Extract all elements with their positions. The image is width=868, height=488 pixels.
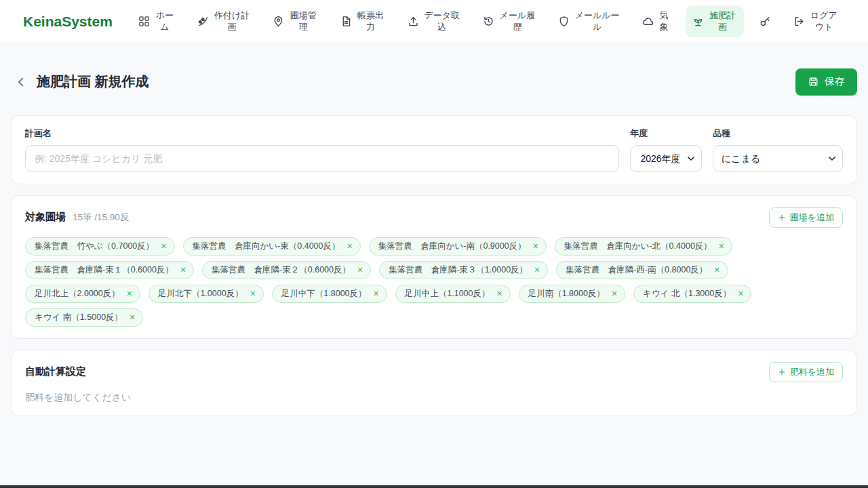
nav-item-mail-history[interactable]: メール履歴 bbox=[476, 5, 542, 37]
plus-icon bbox=[778, 368, 786, 376]
field-chip: 集落営農 竹やぶ（0.7000反）× bbox=[25, 237, 175, 256]
auto-calc-title: 自動計算設定 bbox=[25, 365, 86, 378]
grid-icon bbox=[138, 16, 150, 27]
remove-chip-icon[interactable]: × bbox=[127, 289, 132, 298]
field-chip-label: 足川中上（1.1000反） bbox=[405, 288, 490, 300]
page-header: 施肥計画 新規作成 保存 bbox=[11, 64, 857, 100]
shield-icon bbox=[558, 16, 570, 27]
sprout-icon bbox=[692, 16, 704, 27]
target-fields-title: 対象圃場 bbox=[25, 211, 66, 224]
nav-item-label: ログアウト bbox=[810, 10, 838, 33]
top-navbar: KeinaSystem ホーム作付け計画圃場管理帳票出力データ取込メール履歴メー… bbox=[0, 0, 868, 43]
field-chip-label: 集落営農 倉庫隣-東２（0.6000反） bbox=[212, 264, 351, 276]
field-chip: 足川北上（2.0000反）× bbox=[25, 285, 140, 303]
remove-chip-icon[interactable]: × bbox=[719, 241, 724, 251]
nav-item-home[interactable]: ホーム bbox=[132, 5, 182, 37]
add-field-button[interactable]: 圃場を追加 bbox=[769, 207, 843, 228]
nav-item-field-management[interactable]: 圃場管理 bbox=[266, 5, 324, 37]
add-field-button-label: 圃場を追加 bbox=[790, 211, 834, 224]
back-button[interactable] bbox=[12, 73, 30, 91]
field-chip: 足川中下（1.8000反）× bbox=[272, 285, 387, 303]
remove-chip-icon[interactable]: × bbox=[180, 265, 186, 274]
history-icon bbox=[483, 16, 494, 27]
main-nav: ホーム作付け計画圃場管理帳票出力データ取込メール履歴メールルール気象施肥計画ログ… bbox=[132, 5, 845, 37]
remove-chip-icon[interactable]: × bbox=[534, 265, 540, 274]
nav-item-label: 帳票出力 bbox=[357, 10, 385, 33]
nav-item-label: データ取込 bbox=[424, 10, 460, 33]
field-chip: 足川南（1.8000反）× bbox=[519, 285, 625, 303]
bottom-edge-bar bbox=[0, 485, 868, 488]
nav-item-data-import[interactable]: データ取込 bbox=[401, 5, 467, 37]
remove-chip-icon[interactable]: × bbox=[161, 241, 166, 251]
remove-chip-icon[interactable]: × bbox=[533, 241, 538, 251]
variety-select[interactable]: にこまる bbox=[713, 145, 843, 172]
remove-chip-icon[interactable]: × bbox=[374, 289, 379, 298]
field-chip-label: 足川北下（1.0000反） bbox=[158, 288, 243, 300]
remove-chip-icon[interactable]: × bbox=[612, 289, 617, 298]
field-chip-label: 集落営農 竹やぶ（0.7000反） bbox=[35, 241, 154, 252]
remove-chip-icon[interactable]: × bbox=[347, 241, 353, 251]
remove-chip-icon[interactable]: × bbox=[357, 265, 363, 274]
field-chip-label: 足川南（1.8000反） bbox=[528, 288, 605, 300]
save-button-label: 保存 bbox=[825, 75, 845, 88]
plan-name-input[interactable] bbox=[25, 145, 619, 172]
add-fertilizer-button[interactable]: 肥料を追加 bbox=[769, 362, 843, 382]
nav-item-fertilization-plan[interactable]: 施肥計画 bbox=[686, 5, 744, 37]
plan-name-label: 計画名 bbox=[25, 127, 619, 140]
map-pin-icon bbox=[273, 16, 284, 27]
field-chip: キウイ 南（1.5000反）× bbox=[25, 308, 143, 327]
auto-calc-card: 自動計算設定 肥料を追加 肥料を追加してください bbox=[11, 350, 857, 416]
plus-icon bbox=[778, 214, 786, 222]
upload-icon bbox=[408, 16, 419, 27]
field-chip: 集落営農 倉庫隣-東２（0.6000反）× bbox=[202, 261, 371, 279]
field-chip: 集落営農 倉庫隣-西-南（0.8000反）× bbox=[556, 261, 728, 279]
main-content: 施肥計画 新規作成 保存 計画名 年度 2026年度 bbox=[0, 64, 868, 416]
nav-item-label: メール履歴 bbox=[499, 10, 536, 33]
year-field-group: 年度 2026年度 bbox=[630, 127, 702, 172]
target-fields-card: 対象圃場 15筆 /15.90反 圃場を追加 集落営農 竹やぶ（0.7000反）… bbox=[11, 195, 857, 339]
nav-item-label: 施肥計画 bbox=[709, 10, 737, 33]
nav-item-weather[interactable]: 気象 bbox=[635, 5, 676, 37]
nav-item-mail-rules[interactable]: メールルール bbox=[551, 5, 627, 37]
field-chip: 集落営農 倉庫隣-東１（0.6000反）× bbox=[25, 261, 194, 279]
year-select[interactable]: 2026年度 bbox=[630, 145, 702, 172]
field-chip-label: 足川北上（2.0000反） bbox=[35, 288, 120, 300]
variety-label: 品種 bbox=[713, 127, 843, 140]
field-chip: 集落営農 倉庫向かい-北（0.4000反）× bbox=[555, 237, 732, 256]
nav-item-label: 作付け計画 bbox=[214, 10, 250, 33]
field-chip-label: キウイ 北（1.3000反） bbox=[643, 288, 731, 300]
year-label: 年度 bbox=[630, 127, 702, 140]
field-chip: 足川中上（1.1000反）× bbox=[395, 285, 511, 303]
cloud-icon bbox=[642, 16, 654, 27]
remove-chip-icon[interactable]: × bbox=[250, 289, 256, 298]
fields-summary: 15筆 /15.90反 bbox=[73, 211, 129, 224]
nav-item-label: 気象 bbox=[658, 10, 669, 33]
nav-item-logout[interactable]: ログアウト bbox=[787, 5, 845, 37]
field-chip-label: 集落営農 倉庫向かい-東（0.4000反） bbox=[193, 241, 340, 252]
brand-logo[interactable]: KeinaSystem bbox=[23, 14, 113, 30]
nav-item-report-output[interactable]: 帳票出力 bbox=[334, 5, 392, 37]
field-chip-label: 集落営農 倉庫隣-東１（0.6000反） bbox=[35, 264, 174, 276]
variety-field-group: 品種 にこまる bbox=[713, 127, 843, 172]
field-chip-label: 集落営農 倉庫隣-東３（1.0000反） bbox=[389, 264, 528, 276]
remove-chip-icon[interactable]: × bbox=[130, 312, 135, 322]
save-icon bbox=[808, 76, 819, 87]
field-chip-label: 集落営農 倉庫向かい-南（0.9000反） bbox=[378, 241, 526, 252]
field-chip-label: 集落営農 倉庫向かい-北（0.4000反） bbox=[564, 241, 712, 252]
remove-chip-icon[interactable]: × bbox=[738, 289, 743, 298]
field-chip: 集落営農 倉庫向かい-東（0.4000反）× bbox=[183, 237, 361, 256]
field-chip-label: 足川中下（1.8000反） bbox=[281, 288, 367, 300]
wheat-icon bbox=[197, 16, 209, 27]
save-button[interactable]: 保存 bbox=[795, 68, 857, 96]
plan-name-field-group: 計画名 bbox=[25, 127, 619, 172]
field-chip-label: 集落営農 倉庫隣-西-南（0.8000反） bbox=[566, 264, 707, 276]
remove-chip-icon[interactable]: × bbox=[714, 265, 719, 274]
nav-item-label: メールルール bbox=[574, 10, 620, 33]
field-chip: 足川北下（1.0000反）× bbox=[149, 285, 264, 303]
add-fertilizer-button-label: 肥料を追加 bbox=[790, 366, 834, 378]
field-chip: 集落営農 倉庫隣-東３（1.0000反）× bbox=[379, 261, 548, 279]
remove-chip-icon[interactable]: × bbox=[497, 289, 502, 298]
chevron-left-icon bbox=[15, 76, 27, 88]
nav-item-planting-plan[interactable]: 作付け計画 bbox=[191, 5, 257, 37]
nav-item-api-key[interactable] bbox=[753, 11, 778, 32]
